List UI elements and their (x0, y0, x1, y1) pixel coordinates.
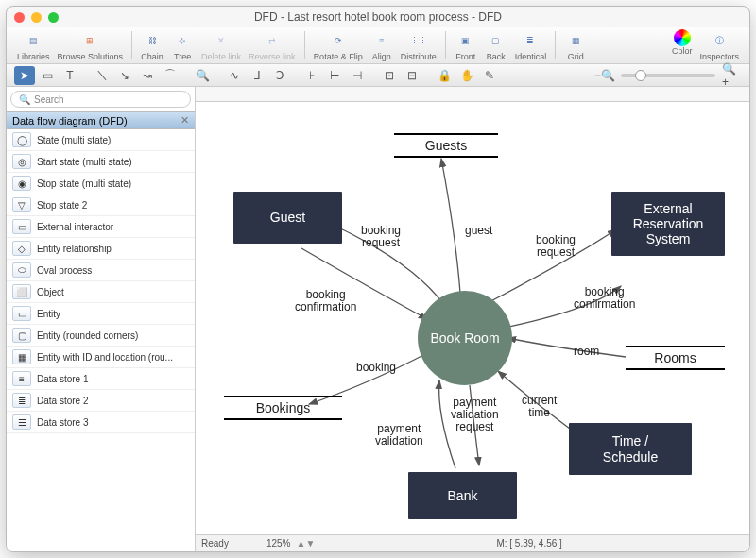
diagram-canvas[interactable]: Guests Rooms Bookings Guest External Res… (196, 102, 749, 534)
identical-button[interactable]: ≣Identical (512, 29, 550, 61)
close-library-icon[interactable]: ✕ (180, 114, 189, 127)
shape-icon: ⬭ (12, 262, 31, 278)
library-item[interactable]: ◯State (multi state) (7, 129, 195, 151)
color-icon (674, 29, 691, 46)
zoom-control: −🔍 🔍+ (594, 66, 742, 85)
library-item-label: Entity (rounded corners) (37, 330, 138, 341)
bank-entity[interactable]: Bank (408, 472, 517, 519)
hierarchy-tool-3[interactable]: ⊣ (347, 66, 368, 85)
library-item-label: Stop state (multi state) (37, 178, 131, 189)
status-ready: Ready (201, 538, 229, 549)
search-icon: 🔍 (19, 94, 30, 105)
library-search[interactable]: 🔍 Search (10, 91, 191, 108)
arc-tool[interactable]: ⌒ (160, 66, 180, 85)
lock-tool[interactable]: 🔒 (434, 66, 455, 85)
rotate-flip-button[interactable]: ⟳Rotate & Flip (311, 29, 366, 61)
shape-icon: ◎ (12, 154, 31, 169)
zoom-slider[interactable] (621, 74, 715, 77)
zoom-label: 125% (266, 538, 291, 549)
library-item[interactable]: ≣Data store 2 (7, 390, 195, 412)
library-item[interactable]: ▢Entity (rounded corners) (7, 325, 195, 347)
align-button[interactable]: ≡Align (368, 29, 396, 61)
shape-icon: ▽ (12, 197, 31, 212)
external-reservation-entity[interactable]: External Reservation System (611, 192, 725, 256)
reverse-link-button[interactable]: ⇄Reverse link (246, 29, 299, 61)
library-item[interactable]: ◇Entity relationship (7, 238, 195, 260)
bezier-tool[interactable]: Ɔ (269, 66, 290, 85)
library-item[interactable]: ◉Stop state (multi state) (7, 173, 195, 194)
inspectors-button[interactable]: ⓘInspectors (696, 29, 742, 61)
shape-icon: ◯ (12, 132, 31, 147)
libraries-icon: ▤ (22, 29, 44, 52)
delete-link-icon: ✕ (210, 29, 232, 52)
rect-tool[interactable]: ▭ (37, 66, 58, 85)
library-item[interactable]: ≡Data store 1 (7, 368, 195, 390)
shape-icon: ▦ (12, 349, 31, 364)
info-icon: ⓘ (708, 29, 730, 52)
status-bar: Ready 125% ▲▼ M: [ 5.39, 4.56 ] (196, 534, 749, 551)
library-item[interactable]: ▭External interactor (7, 216, 195, 238)
snap-tool-1[interactable]: ⊡ (379, 66, 400, 85)
time-schedule-entity[interactable]: Time / Schedule (569, 423, 692, 475)
library-item[interactable]: ▭Entity (7, 303, 195, 325)
library-item-label: Oval process (37, 265, 92, 276)
canvas-area: Guests Rooms Bookings Guest External Res… (196, 87, 749, 551)
guests-datastore[interactable]: Guests (394, 130, 498, 161)
color-button[interactable]: Color (669, 29, 696, 56)
zoom-in-button[interactable]: 🔍+ (721, 66, 742, 85)
rooms-datastore[interactable]: Rooms (626, 343, 725, 373)
connector-tool[interactable]: ↘ (114, 66, 135, 85)
flow-room: room (574, 346, 599, 358)
grid-button[interactable]: ▦Grid (561, 29, 590, 61)
library-item[interactable]: ▽Stop state 2 (7, 194, 195, 216)
libraries-button[interactable]: ▤Libraries (14, 29, 53, 61)
front-button[interactable]: ▣Front (452, 29, 480, 61)
browse-icon: ⊞ (78, 29, 101, 52)
zoom-out-button[interactable]: −🔍 (594, 66, 615, 85)
flow-booking-confirmation-ext: booking confirmation (574, 286, 635, 311)
line-tool[interactable]: ＼ (92, 66, 112, 85)
identical-icon: ≣ (519, 29, 541, 52)
edit-tool[interactable]: ✎ (479, 66, 500, 85)
align-icon: ≡ (370, 29, 393, 52)
tree-button[interactable]: ⊹Tree (168, 29, 197, 61)
distribute-button[interactable]: ⋮⋮Distribute (398, 29, 439, 61)
back-icon: ▢ (485, 29, 507, 52)
browse-solutions-button[interactable]: ⊞Browse Solutions (55, 29, 127, 61)
library-sidebar: 🔍 Search Data flow diagram (DFD) ✕ ◯Stat… (7, 87, 196, 551)
rotate-icon: ⟳ (327, 29, 350, 52)
shape-icon: ▢ (12, 328, 31, 343)
curve-tool[interactable]: ∿ (224, 66, 245, 85)
guest-entity[interactable]: Guest (233, 192, 342, 244)
shape-icon: ⬜ (12, 284, 31, 299)
polyline-tool[interactable]: ⅃ (247, 66, 267, 85)
library-item[interactable]: ◎Start state (multi state) (7, 151, 195, 173)
snap-tool-2[interactable]: ⊟ (402, 66, 422, 85)
hierarchy-tool-2[interactable]: ⊢ (324, 66, 345, 85)
hierarchy-tool-1[interactable]: ⊦ (301, 66, 322, 85)
book-room-process[interactable]: Book Room (418, 291, 512, 385)
window-title: DFD - Last resort hotel book room proces… (7, 10, 749, 24)
chain-icon: ⛓ (141, 29, 163, 52)
delete-link-button[interactable]: ✕Delete link (198, 29, 244, 61)
library-item[interactable]: ☰Data store 3 (7, 412, 195, 433)
text-tool[interactable]: T (60, 66, 80, 85)
bookings-datastore[interactable]: Bookings (224, 393, 342, 423)
chain-button[interactable]: ⛓Chain (138, 29, 166, 61)
library-header[interactable]: Data flow diagram (DFD) ✕ (7, 111, 195, 129)
main-toolbar: ▤Libraries ⊞Browse Solutions ⛓Chain ⊹Tre… (7, 27, 749, 64)
reverse-link-icon: ⇄ (261, 29, 284, 52)
library-item[interactable]: ⬭Oval process (7, 260, 195, 281)
zoom-stepper[interactable]: ▲▼ (296, 538, 315, 549)
library-item[interactable]: ⬜Object (7, 281, 195, 303)
hand-tool[interactable]: ✋ (456, 66, 477, 85)
zoom-tool[interactable]: 🔍 (192, 66, 213, 85)
flow-current-time: current time (522, 395, 557, 419)
flow-booking: booking (356, 362, 396, 374)
smart-connector-tool[interactable]: ↝ (137, 66, 158, 85)
library-item-label: State (multi state) (37, 135, 111, 145)
back-button[interactable]: ▢Back (482, 29, 510, 61)
pointer-tool[interactable]: ➤ (14, 66, 35, 85)
library-item[interactable]: ▦Entity with ID and location (rou... (7, 347, 195, 368)
front-icon: ▣ (455, 29, 477, 52)
